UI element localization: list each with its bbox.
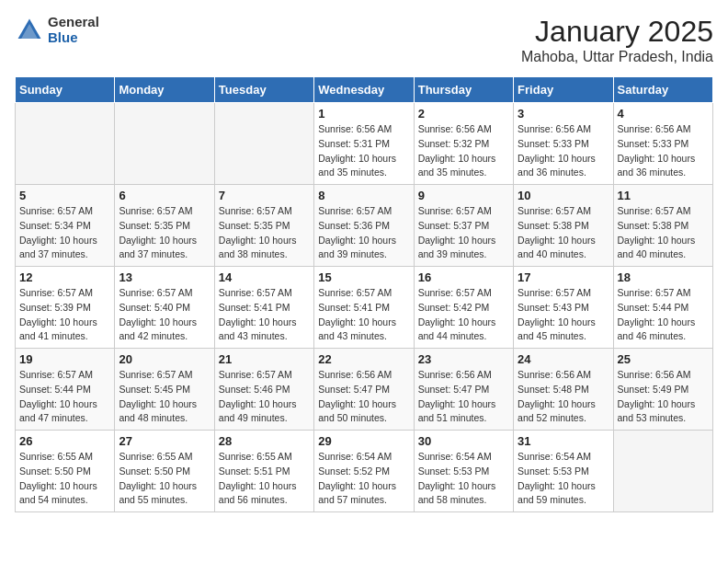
weekday-header: Tuesday (214, 77, 313, 103)
calendar-cell: 23Sunrise: 6:56 AMSunset: 5:47 PMDayligh… (414, 349, 513, 431)
calendar-cell: 21Sunrise: 6:57 AMSunset: 5:46 PMDayligh… (214, 349, 313, 431)
day-info: Sunrise: 6:57 AMSunset: 5:36 PMDaylight:… (318, 204, 409, 262)
day-info: Sunrise: 6:57 AMSunset: 5:39 PMDaylight:… (19, 286, 110, 344)
day-info: Sunrise: 6:57 AMSunset: 5:38 PMDaylight:… (518, 204, 609, 262)
day-number: 19 (19, 352, 110, 366)
calendar-header: SundayMondayTuesdayWednesdayThursdayFrid… (16, 77, 713, 103)
day-info: Sunrise: 6:57 AMSunset: 5:34 PMDaylight:… (19, 204, 110, 262)
logo: General Blue (15, 15, 99, 45)
day-info: Sunrise: 6:55 AMSunset: 5:50 PMDaylight:… (19, 450, 110, 508)
weekday-header: Saturday (613, 77, 712, 103)
calendar-cell: 3Sunrise: 6:56 AMSunset: 5:33 PMDaylight… (514, 103, 613, 185)
calendar-cell: 16Sunrise: 6:57 AMSunset: 5:42 PMDayligh… (414, 267, 513, 349)
day-number: 1 (318, 107, 409, 121)
day-info: Sunrise: 6:57 AMSunset: 5:35 PMDaylight:… (219, 204, 310, 262)
day-info: Sunrise: 6:57 AMSunset: 5:45 PMDaylight:… (119, 368, 210, 426)
calendar-cell: 27Sunrise: 6:55 AMSunset: 5:50 PMDayligh… (115, 431, 214, 512)
calendar-cell: 19Sunrise: 6:57 AMSunset: 5:44 PMDayligh… (16, 349, 115, 431)
day-number: 16 (418, 270, 509, 284)
day-info: Sunrise: 6:57 AMSunset: 5:44 PMDaylight:… (618, 286, 709, 344)
calendar-week-row: 19Sunrise: 6:57 AMSunset: 5:44 PMDayligh… (16, 349, 713, 431)
calendar-cell: 9Sunrise: 6:57 AMSunset: 5:37 PMDaylight… (414, 185, 513, 267)
logo-blue: Blue (48, 30, 99, 46)
title-block: January 2025 Mahoba, Uttar Pradesh, Indi… (521, 15, 713, 65)
day-info: Sunrise: 6:57 AMSunset: 5:40 PMDaylight:… (119, 286, 210, 344)
calendar-cell: 7Sunrise: 6:57 AMSunset: 5:35 PMDaylight… (214, 185, 313, 267)
page-header: General Blue January 2025 Mahoba, Uttar … (15, 15, 713, 65)
day-info: Sunrise: 6:57 AMSunset: 5:37 PMDaylight:… (418, 204, 509, 262)
calendar-cell: 18Sunrise: 6:57 AMSunset: 5:44 PMDayligh… (613, 267, 712, 349)
weekday-header: Sunday (16, 77, 115, 103)
day-number: 29 (318, 434, 409, 448)
day-info: Sunrise: 6:57 AMSunset: 5:35 PMDaylight:… (119, 204, 210, 262)
day-number: 4 (618, 107, 709, 121)
calendar-cell: 20Sunrise: 6:57 AMSunset: 5:45 PMDayligh… (115, 349, 214, 431)
day-number: 9 (418, 189, 509, 202)
calendar-cell (16, 103, 115, 185)
calendar-cell: 14Sunrise: 6:57 AMSunset: 5:41 PMDayligh… (214, 267, 313, 349)
month-title: January 2025 (521, 15, 713, 49)
day-number: 6 (119, 189, 210, 202)
calendar-cell: 30Sunrise: 6:54 AMSunset: 5:53 PMDayligh… (414, 431, 513, 512)
day-info: Sunrise: 6:57 AMSunset: 5:38 PMDaylight:… (618, 204, 709, 262)
weekday-header: Friday (514, 77, 613, 103)
day-info: Sunrise: 6:54 AMSunset: 5:53 PMDaylight:… (418, 450, 509, 508)
day-info: Sunrise: 6:57 AMSunset: 5:46 PMDaylight:… (219, 368, 310, 426)
logo-text: General Blue (48, 15, 99, 45)
weekday-header: Monday (115, 77, 214, 103)
day-number: 18 (618, 270, 709, 284)
weekday-row: SundayMondayTuesdayWednesdayThursdayFrid… (16, 77, 713, 103)
day-number: 2 (418, 107, 509, 121)
day-number: 30 (418, 434, 509, 448)
logo-icon (15, 16, 44, 45)
day-info: Sunrise: 6:57 AMSunset: 5:44 PMDaylight:… (19, 368, 110, 426)
calendar-cell: 11Sunrise: 6:57 AMSunset: 5:38 PMDayligh… (613, 185, 712, 267)
calendar-cell: 2Sunrise: 6:56 AMSunset: 5:32 PMDaylight… (414, 103, 513, 185)
day-info: Sunrise: 6:56 AMSunset: 5:49 PMDaylight:… (618, 368, 709, 426)
day-number: 23 (418, 352, 509, 366)
calendar-cell: 24Sunrise: 6:56 AMSunset: 5:48 PMDayligh… (514, 349, 613, 431)
day-info: Sunrise: 6:55 AMSunset: 5:50 PMDaylight:… (119, 450, 210, 508)
day-number: 3 (518, 107, 609, 121)
day-number: 11 (618, 189, 709, 202)
day-info: Sunrise: 6:56 AMSunset: 5:47 PMDaylight:… (418, 368, 509, 426)
day-number: 8 (318, 189, 409, 202)
day-info: Sunrise: 6:56 AMSunset: 5:47 PMDaylight:… (318, 368, 409, 426)
day-info: Sunrise: 6:54 AMSunset: 5:52 PMDaylight:… (318, 450, 409, 508)
day-info: Sunrise: 6:56 AMSunset: 5:48 PMDaylight:… (518, 368, 609, 426)
location-title: Mahoba, Uttar Pradesh, India (521, 49, 713, 65)
calendar-cell: 25Sunrise: 6:56 AMSunset: 5:49 PMDayligh… (613, 349, 712, 431)
day-number: 17 (518, 270, 609, 284)
calendar-week-row: 12Sunrise: 6:57 AMSunset: 5:39 PMDayligh… (16, 267, 713, 349)
day-number: 5 (19, 189, 110, 202)
logo-general: General (48, 15, 99, 30)
calendar-body: 1Sunrise: 6:56 AMSunset: 5:31 PMDaylight… (16, 103, 713, 512)
calendar-cell: 12Sunrise: 6:57 AMSunset: 5:39 PMDayligh… (16, 267, 115, 349)
calendar-cell: 15Sunrise: 6:57 AMSunset: 5:41 PMDayligh… (314, 267, 414, 349)
day-number: 22 (318, 352, 409, 366)
calendar-cell: 10Sunrise: 6:57 AMSunset: 5:38 PMDayligh… (514, 185, 613, 267)
day-number: 10 (518, 189, 609, 202)
day-info: Sunrise: 6:57 AMSunset: 5:41 PMDaylight:… (219, 286, 310, 344)
day-number: 24 (518, 352, 609, 366)
calendar-cell: 28Sunrise: 6:55 AMSunset: 5:51 PMDayligh… (214, 431, 313, 512)
day-info: Sunrise: 6:54 AMSunset: 5:53 PMDaylight:… (518, 450, 609, 508)
calendar-week-row: 1Sunrise: 6:56 AMSunset: 5:31 PMDaylight… (16, 103, 713, 185)
day-info: Sunrise: 6:56 AMSunset: 5:33 PMDaylight:… (618, 122, 709, 180)
day-info: Sunrise: 6:56 AMSunset: 5:31 PMDaylight:… (318, 122, 409, 180)
calendar-cell (613, 431, 712, 512)
calendar-cell: 4Sunrise: 6:56 AMSunset: 5:33 PMDaylight… (613, 103, 712, 185)
day-number: 14 (219, 270, 310, 284)
day-info: Sunrise: 6:57 AMSunset: 5:41 PMDaylight:… (318, 286, 409, 344)
day-info: Sunrise: 6:57 AMSunset: 5:43 PMDaylight:… (518, 286, 609, 344)
day-number: 26 (19, 434, 110, 448)
day-info: Sunrise: 6:57 AMSunset: 5:42 PMDaylight:… (418, 286, 509, 344)
day-number: 7 (219, 189, 310, 202)
day-number: 25 (618, 352, 709, 366)
day-number: 21 (219, 352, 310, 366)
day-number: 27 (119, 434, 210, 448)
calendar-cell (115, 103, 214, 185)
day-number: 13 (119, 270, 210, 284)
calendar-cell: 31Sunrise: 6:54 AMSunset: 5:53 PMDayligh… (514, 431, 613, 512)
day-info: Sunrise: 6:55 AMSunset: 5:51 PMDaylight:… (219, 450, 310, 508)
